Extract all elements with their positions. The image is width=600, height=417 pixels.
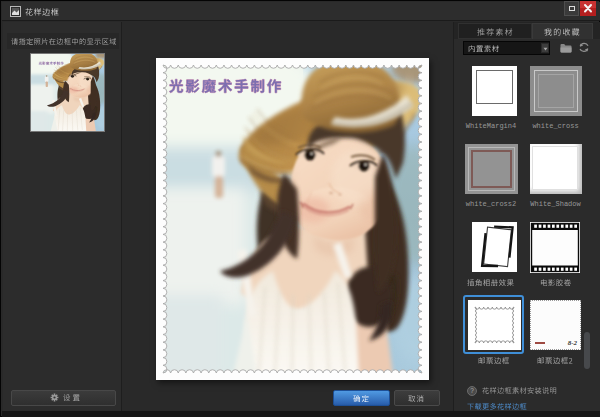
svg-text:?: ? <box>470 387 474 394</box>
